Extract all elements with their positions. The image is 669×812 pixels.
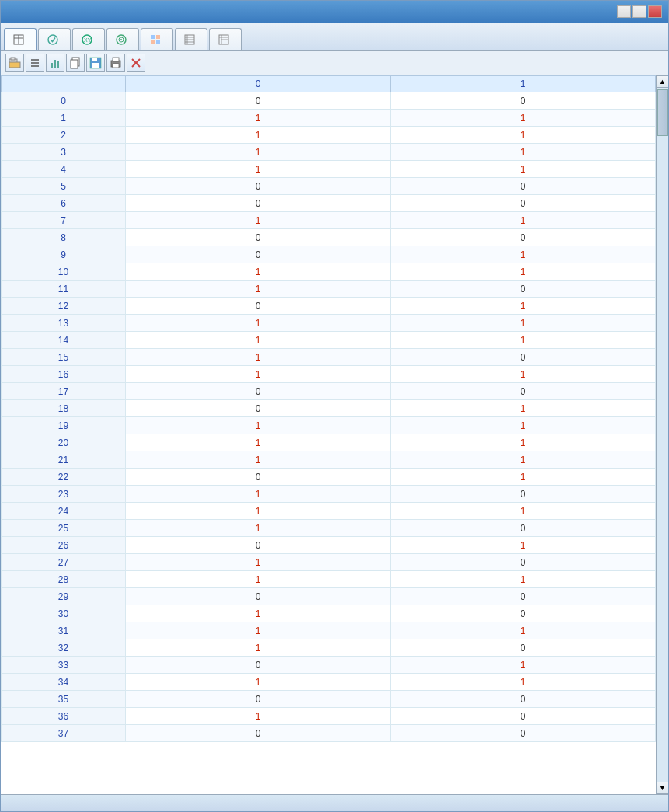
table-row: 2601 (2, 537, 656, 554)
svg-rect-32 (71, 60, 78, 68)
cell-col1: 1 (391, 315, 656, 332)
tab-mse-pred[interactable] (209, 28, 242, 50)
cell-col0: 0 (126, 92, 391, 110)
table-row: 1510 (2, 349, 656, 366)
cell-col0: 1 (126, 571, 391, 588)
svg-rect-29 (54, 60, 56, 68)
cell-col1: 0 (391, 195, 656, 212)
row-index: 10 (2, 263, 126, 281)
row-index: 1 (2, 110, 126, 127)
cell-col1: 0 (391, 691, 656, 708)
tab-report[interactable] (38, 28, 71, 50)
cell-col1: 1 (391, 263, 656, 281)
polar-icon (115, 33, 127, 46)
row-index: 4 (2, 161, 126, 178)
svg-rect-37 (113, 58, 119, 61)
svg-point-3 (48, 35, 57, 44)
table-row: 1911 (2, 417, 656, 434)
row-index: 34 (2, 674, 126, 691)
table-row: 2710 (2, 554, 656, 571)
svg-rect-10 (156, 35, 160, 39)
cell-col0: 0 (126, 400, 391, 417)
row-index: 3 (2, 144, 126, 161)
table-row: 1201 (2, 298, 656, 315)
row-index: 37 (2, 725, 126, 742)
table-row: 711 (2, 212, 656, 229)
table-row: 1011 (2, 263, 656, 281)
cell-col0: 1 (126, 349, 391, 366)
table-row: 411 (2, 161, 656, 178)
cell-col1: 1 (391, 212, 656, 229)
row-index: 36 (2, 708, 126, 725)
cell-col1: 0 (391, 554, 656, 571)
list-button[interactable] (26, 54, 44, 72)
table-row: 3210 (2, 639, 656, 657)
minimize-button[interactable] (617, 5, 631, 18)
cell-col1: 1 (391, 657, 656, 674)
row-index: 19 (2, 417, 126, 434)
cell-col0: 1 (126, 708, 391, 725)
title-bar (1, 1, 668, 23)
cell-col1: 1 (391, 451, 656, 469)
svg-text:XY: XY (84, 37, 92, 43)
cell-col1: 0 (391, 605, 656, 622)
data-table: 0 1 000111211311411500600711800901101111… (1, 75, 656, 742)
cell-col0: 1 (126, 554, 391, 571)
cell-col0: 1 (126, 674, 391, 691)
table-scroll[interactable]: 0 1 000111211311411500600711800901101111… (1, 75, 656, 794)
save-button[interactable] (86, 54, 105, 72)
tab-data[interactable] (4, 28, 37, 50)
status-bar (1, 794, 668, 811)
table-row: 2811 (2, 571, 656, 588)
cell-col0: 1 (126, 281, 391, 298)
table-row: 2411 (2, 503, 656, 520)
cell-col0: 0 (126, 195, 391, 212)
cell-col1: 1 (391, 417, 656, 434)
cell-col0: 0 (126, 178, 391, 195)
table-row: 1411 (2, 332, 656, 349)
mse-icon (218, 33, 230, 46)
row-index: 29 (2, 588, 126, 605)
svg-rect-28 (51, 63, 53, 68)
cell-col0: 0 (126, 229, 391, 246)
delete-button[interactable] (127, 54, 145, 72)
row-index: 8 (2, 229, 126, 246)
row-index: 24 (2, 503, 126, 520)
row-index: 12 (2, 298, 126, 315)
cell-col0: 1 (126, 520, 391, 537)
scroll-thumb[interactable] (657, 89, 668, 136)
table-row: 3411 (2, 674, 656, 691)
scroll-up-arrow[interactable]: ▲ (657, 75, 669, 88)
row-index: 15 (2, 349, 126, 366)
bar-button[interactable] (46, 54, 64, 72)
cell-col1: 0 (391, 486, 656, 503)
tab-prediction[interactable] (175, 28, 207, 50)
svg-rect-23 (11, 58, 15, 60)
close-button[interactable] (648, 5, 662, 18)
table-row: 000 (2, 92, 656, 110)
cell-col1: 0 (391, 229, 656, 246)
print-button[interactable] (106, 54, 125, 72)
tab-confussion[interactable] (141, 28, 173, 50)
maximize-button[interactable] (632, 5, 646, 18)
copy-button[interactable] (66, 54, 85, 72)
cell-col1: 1 (391, 366, 656, 383)
open-button[interactable] (5, 54, 24, 72)
content-area: 0 1 000111211311411500600711800901101111… (1, 75, 668, 794)
cell-col0: 0 (126, 383, 391, 400)
row-index: 23 (2, 486, 126, 503)
table-row: 3301 (2, 657, 656, 674)
table-row: 800 (2, 229, 656, 246)
cell-col0: 1 (126, 622, 391, 639)
svg-rect-24 (9, 62, 20, 68)
scroll-down-arrow[interactable]: ▼ (657, 782, 669, 794)
table-row: 3700 (2, 725, 656, 742)
table-row: 2900 (2, 588, 656, 605)
cell-col0: 0 (126, 691, 391, 708)
row-index: 2 (2, 127, 126, 144)
matrix-icon (149, 33, 162, 46)
tab-xy[interactable]: XY (72, 28, 105, 50)
tab-polar[interactable] (106, 28, 139, 50)
table-row: 2310 (2, 486, 656, 503)
table-row: 1611 (2, 366, 656, 383)
